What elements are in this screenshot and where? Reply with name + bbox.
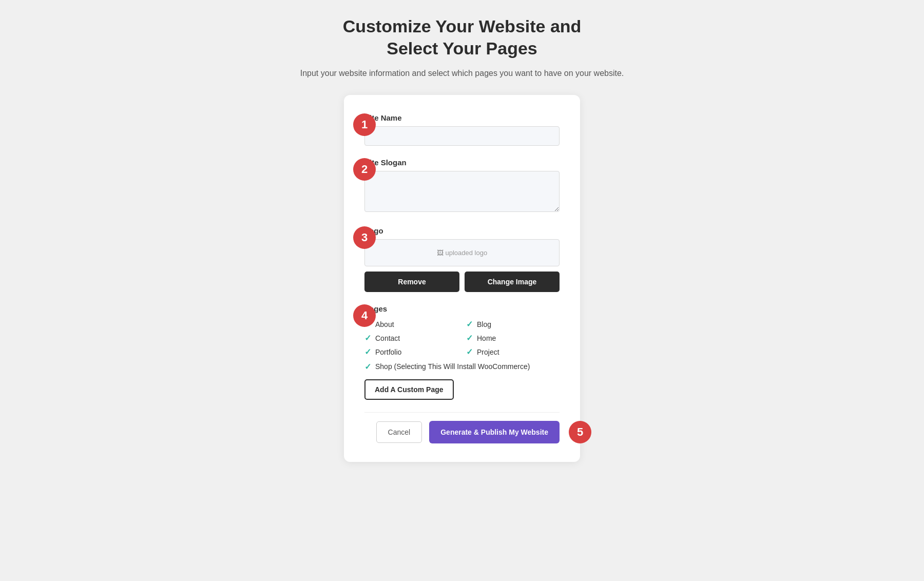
page-name: Project [477, 348, 499, 356]
cancel-button[interactable]: Cancel [376, 421, 422, 443]
check-icon: ✓ [364, 362, 371, 372]
page-title: Customize Your Website and Select Your P… [300, 15, 624, 59]
shop-item: ✓ Shop (Selecting This Will Install WooC… [364, 362, 560, 372]
page-name: Contact [375, 334, 400, 342]
site-name-section: 1 Site Name [364, 113, 560, 146]
page-name: Blog [477, 320, 491, 328]
site-slogan-textarea[interactable] [364, 171, 560, 212]
pages-label: Pages [364, 304, 560, 313]
page-header: Customize Your Website and Select Your P… [300, 15, 624, 80]
site-slogan-label: Site Slogan [364, 158, 560, 167]
logo-label: Logo [364, 226, 560, 235]
step-1-badge: 1 [353, 113, 376, 136]
logo-preview: 🖼 uploaded logo [364, 239, 560, 266]
site-slogan-section: 2 Site Slogan [364, 158, 560, 214]
list-item: ✓ About [364, 319, 458, 329]
list-item: ✓ Contact [364, 333, 458, 343]
step-2-badge: 2 [353, 158, 376, 181]
main-card: 1 Site Name 2 Site Slogan 3 Logo 🖼 uploa… [344, 95, 580, 462]
shop-page-label: Shop (Selecting This Will Install WooCom… [375, 362, 530, 372]
pages-section: 4 Pages ✓ About ✓ Blog ✓ Contact ✓ Home … [364, 304, 560, 400]
check-icon: ✓ [466, 319, 473, 329]
site-name-label: Site Name [364, 113, 560, 122]
list-item: ✓ Home [466, 333, 560, 343]
check-icon: ✓ [364, 347, 371, 357]
list-item: ✓ Project [466, 347, 560, 357]
page-name: Portfolio [375, 348, 401, 356]
remove-button[interactable]: Remove [364, 272, 459, 292]
step-5-badge: 5 [569, 421, 591, 443]
check-icon: ✓ [364, 333, 371, 343]
publish-button[interactable]: Generate & Publish My Website [429, 421, 560, 443]
logo-buttons: Remove Change Image [364, 272, 560, 292]
logo-section: 3 Logo 🖼 uploaded logo Remove Change Ima… [364, 226, 560, 292]
pages-grid: ✓ About ✓ Blog ✓ Contact ✓ Home ✓ Portfo… [364, 319, 560, 357]
check-icon: ✓ [466, 333, 473, 343]
list-item: ✓ Portfolio [364, 347, 458, 357]
step-4-badge: 4 [353, 304, 376, 327]
change-image-button[interactable]: Change Image [465, 272, 560, 292]
page-name: Home [477, 334, 496, 342]
logo-placeholder-text: 🖼 uploaded logo [437, 249, 487, 257]
list-item: ✓ Blog [466, 319, 560, 329]
step-3-badge: 3 [353, 226, 376, 249]
page-name: About [375, 320, 394, 328]
add-custom-page-button[interactable]: Add A Custom Page [364, 379, 454, 400]
card-footer: 5 Cancel Generate & Publish My Website [364, 412, 560, 443]
site-name-input[interactable] [364, 126, 560, 146]
page-subtitle: Input your website information and selec… [300, 67, 624, 80]
check-icon: ✓ [466, 347, 473, 357]
